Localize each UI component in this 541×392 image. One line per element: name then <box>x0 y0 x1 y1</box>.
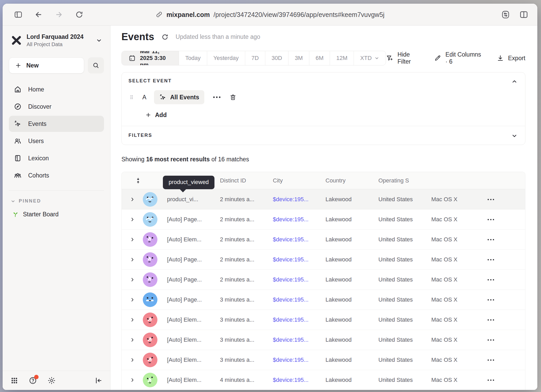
preset-today[interactable]: Today <box>179 51 207 65</box>
apps-grid-icon[interactable] <box>10 377 18 384</box>
column-header-os[interactable]: Operating S <box>378 177 431 184</box>
expand-row-icon[interactable] <box>122 197 143 202</box>
table-row[interactable]: [Auto] Elem... 3 minutes a... $device:19… <box>122 330 525 350</box>
sidebar-item-discover[interactable]: Discover <box>9 99 104 115</box>
trash-icon[interactable] <box>229 94 237 101</box>
add-event-button[interactable]: Add <box>145 110 518 120</box>
cell-distinct-id[interactable]: $device:195... <box>273 236 325 243</box>
row-menu-button[interactable] <box>488 339 525 341</box>
preset-7d[interactable]: 7D <box>245 51 265 65</box>
table-row[interactable]: [Auto] Elem... 4 minutes a... $device:19… <box>122 370 525 390</box>
cell-time: 2 minutes a... <box>220 216 273 223</box>
expand-row-icon[interactable] <box>122 337 143 343</box>
expand-row-icon[interactable] <box>122 237 143 242</box>
table-row[interactable]: [Auto] Page... 3 minutes a... $device:19… <box>122 290 525 310</box>
cell-distinct-id[interactable]: $device:195... <box>273 196 325 203</box>
row-menu-button[interactable] <box>488 379 525 381</box>
sidebar-item-cohorts[interactable]: Cohorts <box>9 167 104 183</box>
cell-distinct-id[interactable]: $device:195... <box>273 377 325 383</box>
link-icon <box>156 11 163 18</box>
help-button[interactable] <box>29 376 37 385</box>
sidebar-item-events[interactable]: Events <box>9 116 104 132</box>
table-row[interactable]: [Auto] Page... 2 minutes a... $device:19… <box>122 209 525 229</box>
preset-6m[interactable]: 6M <box>309 51 330 65</box>
address-bar[interactable]: mixpanel.com/project/3472420/view/397469… <box>156 11 385 18</box>
table-row[interactable]: [Auto] Elem... 3 minutes a... $device:19… <box>122 350 525 370</box>
sidebar-item-label: Lexicon <box>28 155 49 162</box>
sidebar-item-starter-board[interactable]: Starter Board <box>9 211 104 218</box>
expand-row-icon[interactable] <box>122 277 143 283</box>
drag-handle-icon[interactable] <box>128 94 135 100</box>
project-switcher[interactable]: Lord Farquaad 2024 All Project Data <box>9 32 104 48</box>
sidebar-item-home[interactable]: Home <box>9 81 104 97</box>
back-icon[interactable] <box>33 9 44 20</box>
column-header-distinct-id[interactable]: Distinct ID <box>220 177 273 184</box>
event-selector-chip[interactable]: All Events <box>154 90 204 104</box>
cell-distinct-id[interactable]: $device:195... <box>273 357 325 363</box>
row-menu-button[interactable] <box>488 219 525 220</box>
cell-distinct-id[interactable]: $device:195... <box>273 316 325 323</box>
row-menu-button[interactable] <box>488 319 525 321</box>
row-menu-button[interactable] <box>488 299 525 301</box>
split-view-icon[interactable] <box>518 9 530 20</box>
column-header-country[interactable]: Country <box>325 177 378 184</box>
refresh-icon[interactable] <box>161 33 169 41</box>
preset-30d[interactable]: 30D <box>265 51 288 65</box>
row-menu-button[interactable] <box>488 259 525 260</box>
collapse-sidebar-icon[interactable] <box>94 376 102 385</box>
edit-columns-button[interactable]: Edit Columns · 6 <box>434 51 482 65</box>
collapse-section-icon[interactable] <box>511 78 518 85</box>
row-menu-button[interactable] <box>488 239 525 240</box>
preset-xtd[interactable]: XTD <box>354 51 386 65</box>
page-settings-icon[interactable] <box>500 9 511 20</box>
table-row[interactable]: [Auto] Elem... 3 minutes a... $device:19… <box>122 310 525 330</box>
pinned-section-header[interactable]: PINNED <box>9 198 104 204</box>
export-button[interactable]: Export <box>497 54 525 62</box>
search-button[interactable] <box>88 57 104 74</box>
cell-distinct-id[interactable]: $device:195... <box>273 216 325 223</box>
expand-row-icon[interactable] <box>122 217 143 222</box>
table-row[interactable]: [Auto] Elem... 2 minutes a... $device:19… <box>122 229 525 249</box>
filters-label: FILTERS <box>128 133 152 138</box>
cell-distinct-id[interactable]: $device:195... <box>273 256 325 263</box>
preset-12m[interactable]: 12M <box>330 51 354 65</box>
events-table: product_viewed Time Distinct ID City Cou… <box>121 172 525 390</box>
settings-gear-icon[interactable] <box>47 376 56 385</box>
row-menu-button[interactable] <box>488 199 525 200</box>
cell-distinct-id[interactable]: $device:195... <box>273 276 325 283</box>
cursor-sparkle-icon <box>159 94 167 101</box>
sidebar-item-users[interactable]: Users <box>9 133 104 149</box>
toggle-sidebar-icon[interactable] <box>13 9 24 20</box>
sidebar-item-lexicon[interactable]: Lexicon <box>9 150 104 166</box>
new-button[interactable]: New <box>9 57 84 74</box>
expand-row-icon[interactable] <box>122 377 143 383</box>
cell-event: [Auto] Page... <box>167 216 220 223</box>
column-header-city[interactable]: City <box>273 177 325 184</box>
forward-icon[interactable] <box>53 9 65 20</box>
event-more-button[interactable] <box>211 96 223 98</box>
search-icon <box>92 62 100 69</box>
preset-yesterday[interactable]: Yesterday <box>207 51 245 65</box>
expand-row-icon[interactable] <box>122 357 143 363</box>
expand-section-icon[interactable] <box>511 132 518 139</box>
date-picker[interactable]: Mar 11, 2025 3:30 pm <box>122 51 179 65</box>
cell-distinct-id[interactable]: $device:195... <box>273 296 325 303</box>
row-menu-button[interactable] <box>488 359 525 361</box>
hide-filter-button[interactable]: Hide Filter <box>386 51 419 65</box>
reload-icon[interactable] <box>73 9 85 20</box>
table-row[interactable]: [Auto] Page... 2 minutes a... $device:19… <box>122 249 525 270</box>
collapse-all-icon[interactable] <box>122 177 167 184</box>
cell-country: United States <box>378 276 431 283</box>
cell-distinct-id[interactable]: $device:195... <box>273 336 325 343</box>
query-builder-card: SELECT EVENT A All Events <box>121 72 525 145</box>
table-row[interactable]: [Auto] Page... 2 minutes a... $device:19… <box>122 270 525 290</box>
cell-event: [Auto] Elem... <box>167 236 220 243</box>
expand-row-icon[interactable] <box>122 317 143 323</box>
cell-time: 2 minutes a... <box>220 196 273 203</box>
cell-city: Lakewood <box>325 296 378 303</box>
expand-row-icon[interactable] <box>122 297 143 303</box>
row-menu-button[interactable] <box>488 279 525 280</box>
cell-event: [Auto] Page... <box>167 256 220 263</box>
preset-3m[interactable]: 3M <box>288 51 309 65</box>
expand-row-icon[interactable] <box>122 257 143 262</box>
